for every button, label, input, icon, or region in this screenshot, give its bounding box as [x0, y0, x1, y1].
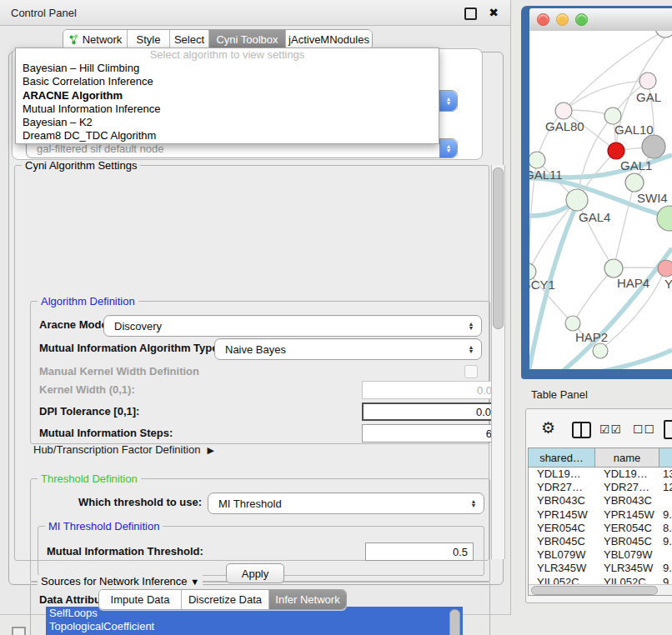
data-attributes-list[interactable]: SelfLoopsTopologicalCoefficientBetweenne… [46, 607, 463, 635]
dpi-tolerance-field[interactable]: 0.0 [362, 402, 498, 421]
table-cell[interactable]: YLR345W [595, 562, 659, 575]
column-header-shared-[interactable]: shared… [529, 448, 595, 467]
network-node-gal1[interactable] [608, 142, 624, 159]
network-node-hap2[interactable] [565, 316, 580, 331]
dropdown-item[interactable]: Bayesian – K2 [16, 116, 439, 129]
mi-type-combo[interactable]: Naive Bayes ▲▼ [214, 338, 482, 360]
close-panel-icon[interactable]: ✖ [489, 6, 499, 19]
network-node[interactable] [655, 31, 672, 38]
network-node[interactable] [657, 206, 672, 231]
table-cell[interactable]: YDR27… [529, 481, 595, 494]
tab-style[interactable]: Style [128, 30, 170, 49]
table-row[interactable]: YPR145WYPR145W9. [529, 508, 672, 522]
mi-steps-field[interactable]: 6 [362, 424, 498, 442]
table-row[interactable]: YBR045CYBR045C9. [529, 535, 672, 548]
table-row[interactable]: YER054CYER054C8. [529, 522, 672, 535]
table-cell[interactable]: 8. [659, 522, 672, 535]
tab-network[interactable]: Network [63, 30, 128, 49]
unchecked-columns-icon[interactable]: ☐☐ [633, 422, 655, 436]
table-hscroll-thumb[interactable] [531, 586, 658, 595]
sources-group-title[interactable]: Sources for Network Inference ▼ [38, 575, 203, 588]
column-header-name[interactable]: name [595, 448, 659, 467]
table-row[interactable]: YBL079WYBL079W [529, 548, 672, 562]
network-node-gal[interactable] [639, 72, 656, 89]
table-cell[interactable]: YDL19… [529, 468, 595, 481]
network-node-gal4[interactable] [566, 189, 588, 211]
settings-vertical-scrollbar[interactable] [491, 165, 505, 559]
network-node-y[interactable] [658, 260, 672, 277]
table-cell[interactable]: YPR145W [529, 508, 595, 522]
tab-infer-network[interactable]: Infer Network [269, 590, 346, 609]
split-columns-icon[interactable] [572, 422, 591, 438]
checked-columns-icon[interactable]: ☑☑ [599, 422, 622, 436]
table-cell[interactable]: YPR145W [595, 508, 659, 522]
network-node-hap4[interactable] [604, 259, 623, 278]
network-node-gal11[interactable] [529, 152, 545, 168]
table-cell[interactable]: YBL079W [529, 548, 595, 562]
table-row[interactable]: YDR27…YDR27…12 [529, 481, 672, 494]
table-cell[interactable]: YER054C [595, 522, 659, 535]
which-threshold-combo[interactable]: MI Threshold ▲▼ [208, 492, 484, 514]
table-cell[interactable]: 9. [659, 576, 672, 585]
settings-vscroll-thumb[interactable] [493, 168, 504, 329]
attribute-item[interactable]: TopologicalCoefficient [46, 620, 463, 633]
tab-select[interactable]: Select [170, 30, 209, 49]
table-cell[interactable]: YBR043C [595, 494, 659, 508]
dropdown-item[interactable]: Bayesian – Hill Climbing [16, 62, 439, 75]
minimized-panel-icon[interactable] [12, 627, 26, 635]
table-cell[interactable]: YIL052C [595, 576, 659, 585]
table-cell[interactable]: YLR345W [529, 562, 595, 575]
float-panel-icon[interactable] [464, 8, 477, 20]
table-cell[interactable]: 12 [659, 481, 672, 494]
network-window-titlebar[interactable] [529, 8, 672, 32]
network-edge[interactable] [614, 182, 634, 268]
zoom-traffic-light-icon[interactable] [575, 13, 588, 26]
table-cell[interactable]: YDR27… [595, 481, 659, 494]
tab-cyni-toolbox[interactable]: Cyni Toolbox [209, 30, 286, 49]
table-horizontal-scrollbar[interactable] [529, 584, 672, 595]
close-traffic-light-icon[interactable] [537, 13, 549, 26]
table-cell[interactable]: YBR045C [595, 535, 659, 548]
dropdown-item[interactable]: Mutual Information Inference [16, 102, 439, 116]
table-row[interactable]: YLR345WYLR345W9. [529, 562, 672, 575]
network-node[interactable] [642, 135, 665, 158]
page-icon[interactable] [664, 420, 672, 439]
table-row[interactable]: YIL052CYIL052C9. [529, 576, 672, 585]
table-cell[interactable]: YBL079W [595, 548, 659, 562]
table-row[interactable]: YBR043CYBR043C [529, 494, 672, 508]
table-cell[interactable] [659, 548, 672, 562]
network-node-gal80[interactable] [555, 102, 572, 119]
dropdown-item[interactable]: ARACNE Algorithm [16, 89, 439, 102]
table-cell[interactable]: 9. [659, 562, 672, 575]
table-cell[interactable]: 9. [659, 535, 672, 548]
network-canvas[interactable]: GALGAL80GAL10GAL1GAL11SWI4GAL4GCY1HAP4YH… [529, 31, 672, 369]
dropdown-item[interactable]: Basic Correlation Inference [16, 75, 439, 88]
table-cell[interactable]: 9. [659, 508, 672, 522]
column-header-a[interactable]: A [659, 448, 672, 467]
table-cell[interactable]: YBR045C [529, 535, 595, 548]
table-cell[interactable]: YIL052C [529, 576, 595, 585]
table-cell[interactable] [659, 494, 672, 508]
table-row[interactable]: YDL19…YDL19…13 [529, 468, 672, 481]
list-scrollbar-thumb[interactable] [449, 609, 460, 635]
aracne-mode-combo[interactable]: Discovery ▲▼ [103, 315, 482, 337]
tab-discretize-data[interactable]: Discretize Data [182, 590, 269, 609]
tab-jactivemnodules[interactable]: jActiveMNodules [286, 30, 372, 49]
kernel-width-field[interactable]: 0.0 [362, 381, 498, 399]
network-view-window[interactable]: GALGAL80GAL10GAL1GAL11SWI4GAL4GCY1HAP4YH… [521, 6, 672, 379]
gear-icon[interactable]: ⚙ [541, 418, 555, 438]
network-node-gal10[interactable] [604, 108, 621, 124]
network-edge[interactable] [600, 350, 672, 369]
hub-definition-expander[interactable]: Hub/Transcription Factor Definition▶ [33, 443, 214, 456]
table-cell[interactable]: YDL19… [595, 468, 659, 481]
network-node-swi4[interactable] [625, 173, 644, 192]
network-edge[interactable] [573, 268, 614, 323]
manual-kernel-checkbox[interactable] [464, 365, 478, 378]
minimize-traffic-light-icon[interactable] [556, 13, 569, 26]
dropdown-item[interactable]: Dream8 DC_TDC Algorithm [16, 129, 439, 142]
apply-button[interactable]: Apply [226, 563, 284, 583]
table-cell[interactable]: YER054C [529, 522, 595, 535]
mi-threshold-field[interactable]: 0.5 [365, 542, 474, 561]
network-edge[interactable] [564, 81, 648, 111]
tab-impute-data[interactable]: Impute Data [99, 590, 182, 609]
